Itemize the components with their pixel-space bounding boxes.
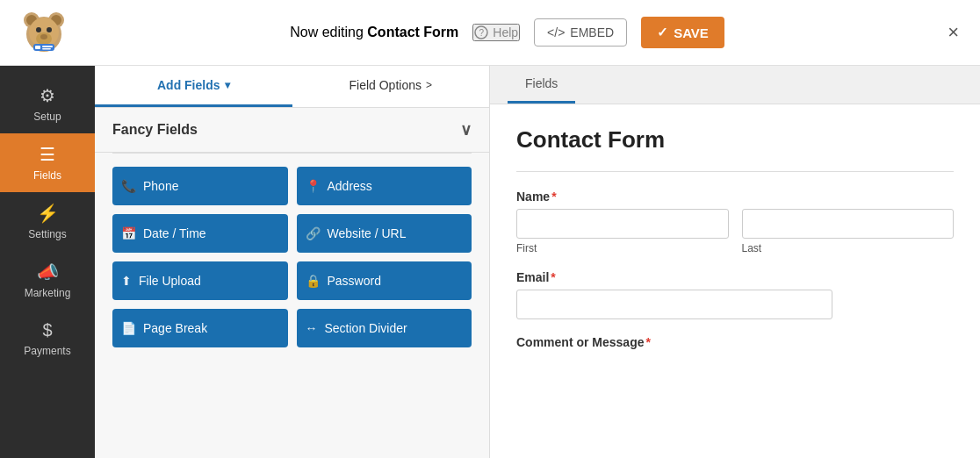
marketing-icon: 📣 [37,261,59,283]
save-button[interactable]: ✓ SAVE [641,17,724,48]
section-divider-icon: ↔ [306,321,318,335]
svg-point-9 [40,34,47,39]
svg-point-8 [47,27,52,32]
phone-field-button[interactable]: 📞 Phone [112,167,288,205]
phone-icon: 📞 [121,179,136,193]
sidebar-label-payments: Payments [24,345,70,357]
section-divider-field-button[interactable]: ↔ Section Divider [297,309,472,347]
last-name-group: Last [742,209,955,254]
sidebar-item-marketing[interactable]: 📣 Marketing [0,251,95,310]
required-star: * [551,190,556,204]
tab-field-options[interactable]: Field Options > [292,66,490,107]
svg-rect-11 [35,46,40,49]
form-title: Contact Form [516,126,954,154]
preview-panel: Fields Contact Form Name* First Last [490,66,980,458]
sidebar-item-payments[interactable]: $ Payments [0,310,95,368]
first-name-input[interactable] [516,209,729,239]
section-chevron-icon: ∨ [460,120,472,140]
comment-label: Comment or Message* [516,335,954,349]
sidebar-label-setup: Setup [33,111,61,123]
app-logo [18,6,70,59]
website-field-button[interactable]: 🔗 Website / URL [297,214,472,253]
help-button[interactable]: ? Help [472,24,520,41]
sidebar-label-settings: Settings [28,228,66,240]
sidebar: ⚙ Setup ☰ Fields ⚡ Settings 📣 Marketing … [0,66,95,458]
payments-icon: $ [42,320,52,340]
form-title-divider [516,171,954,172]
calendar-icon: 📅 [121,226,136,240]
sidebar-item-setup[interactable]: ⚙ Setup [0,75,95,133]
editing-label: Now editing Contact Form [290,25,458,40]
form-field-name: Name* First Last [516,190,954,254]
chevron-down-icon: ▾ [225,79,230,91]
address-field-button[interactable]: 📍 Address [297,167,472,205]
svg-rect-13 [42,48,51,50]
address-icon: 📍 [306,179,321,193]
svg-rect-12 [42,46,53,47]
tab-add-fields[interactable]: Add Fields ▾ [95,66,292,107]
embed-button[interactable]: </> EMBED [534,18,627,47]
password-field-button[interactable]: 🔒 Password [297,261,472,300]
preview-tabs: Fields [490,66,980,104]
close-button[interactable]: × [944,18,962,47]
settings-icon: ⚡ [37,203,59,224]
last-name-input[interactable] [742,209,955,239]
email-input[interactable] [516,290,832,319]
form-field-comment: Comment or Message* [516,335,954,349]
sidebar-label-marketing: Marketing [25,287,71,299]
sidebar-item-fields[interactable]: ☰ Fields [0,133,95,192]
center-tabs: Add Fields ▾ Field Options > [95,66,489,108]
main-layout: ⚙ Setup ☰ Fields ⚡ Settings 📣 Marketing … [0,66,980,458]
link-icon: 🔗 [306,226,321,240]
last-label: Last [742,242,955,254]
center-panel: Add Fields ▾ Field Options > Fancy Field… [95,66,490,458]
gear-icon: ⚙ [40,85,55,106]
sidebar-item-settings[interactable]: ⚡ Settings [0,192,95,251]
name-label: Name* [516,190,954,204]
fields-row-2: 📅 Date / Time 🔗 Website / URL [112,214,472,253]
page-break-icon: 📄 [121,321,136,335]
page-break-field-button[interactable]: 📄 Page Break [112,309,288,347]
top-header: Now editing Contact Form ? Help </> EMBE… [0,0,980,66]
name-inputs: First Last [516,209,954,254]
header-center: Now editing Contact Form ? Help </> EMBE… [290,17,724,48]
email-label: Email* [516,270,954,284]
first-label: First [516,242,729,254]
sidebar-label-fields: Fields [33,169,61,182]
form-field-email: Email* [516,270,954,319]
datetime-field-button[interactable]: 📅 Date / Time [112,214,288,253]
file-upload-field-button[interactable]: ⬆ File Upload [112,261,288,300]
fields-row-1: 📞 Phone 📍 Address [112,167,472,205]
section-label: Fancy Fields [112,122,198,138]
required-star-comment: * [645,335,650,349]
fields-row-4: 📄 Page Break ↔ Section Divider [112,309,472,347]
svg-point-7 [36,27,41,32]
fields-row-3: ⬆ File Upload 🔒 Password [112,261,472,300]
fancy-fields-section[interactable]: Fancy Fields ∨ [95,108,489,153]
upload-icon: ⬆ [121,274,132,288]
svg-text:?: ? [479,28,485,38]
preview-tab-fields[interactable]: Fields [508,66,575,104]
fields-grid: 📞 Phone 📍 Address 📅 Date / Time 🔗 Websit… [95,154,489,361]
first-name-group: First [516,209,729,254]
fields-icon: ☰ [40,144,55,165]
required-star-email: * [551,270,555,284]
lock-icon: 🔒 [306,274,321,288]
preview-content: Contact Form Name* First Last [490,104,980,387]
chevron-right-icon: > [426,79,432,91]
